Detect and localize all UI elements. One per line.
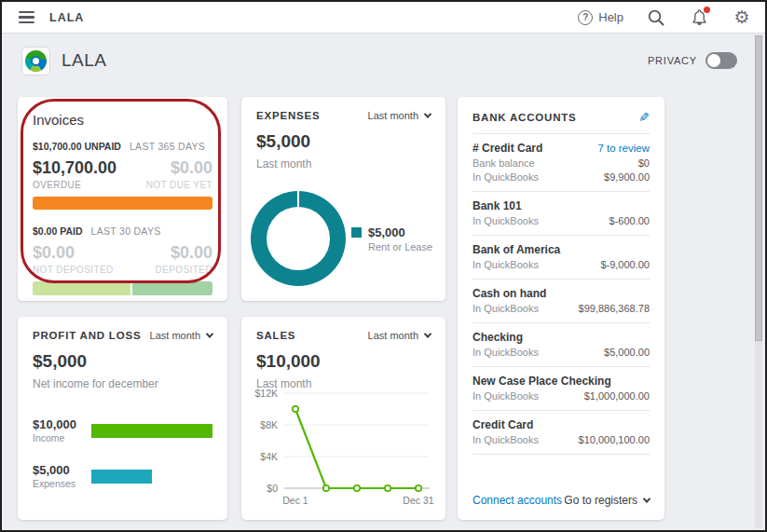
overdue-bar[interactable] — [33, 197, 212, 210]
bank-line-label: In QuickBooks — [473, 303, 539, 314]
edit-pencil-icon[interactable]: ✎ — [638, 110, 650, 125]
bank-account-row: Credit CardIn QuickBooks$10,000,100.00 — [473, 411, 650, 455]
bank-account-row: New Case Place CheckingIn QuickBooks$1,0… — [473, 367, 650, 411]
deposited-bar[interactable] — [132, 281, 212, 295]
bank-accounts-list: # Credit Card7 to reviewBank balance$0In… — [473, 134, 650, 455]
svg-text:Dec 31: Dec 31 — [403, 495, 433, 506]
go-to-registers-dropdown[interactable]: Go to registers — [564, 494, 650, 507]
company-title: LALA — [62, 50, 106, 71]
notifications-bell-icon[interactable] — [689, 7, 709, 28]
help-icon: ? — [578, 10, 593, 25]
hamburger-menu-icon[interactable] — [19, 8, 34, 27]
bank-line-value: $-600.00 — [609, 215, 650, 226]
pnl-bar — [91, 470, 152, 484]
bank-account-name: Bank of America — [473, 243, 560, 256]
bank-line-label: In QuickBooks — [473, 434, 539, 445]
chevron-down-icon — [206, 330, 213, 337]
chevron-down-icon — [643, 495, 651, 502]
pnl-series-amount: $10,000 — [33, 417, 91, 431]
help-button[interactable]: ? Help — [578, 10, 623, 25]
bank-line-value: $99,886,368.78 — [579, 303, 650, 314]
privacy-toggle[interactable] — [705, 52, 737, 69]
bank-account-name: Checking — [473, 331, 523, 344]
sales-amount: $10,000 — [256, 351, 431, 372]
not-deposited-amount: $0.00 — [33, 244, 114, 263]
expenses-title: EXPENSES — [256, 110, 320, 121]
invoices-card: Invoices $10,700.00 UNPAID LAST 365 DAYS… — [18, 97, 227, 301]
bank-account-name: # Credit Card — [473, 142, 542, 155]
bank-line-label: In QuickBooks — [473, 171, 539, 183]
help-label: Help — [598, 10, 623, 24]
bank-line-value: $5,000.00 — [604, 347, 650, 358]
overdue-amount: $10,700.00 — [33, 159, 116, 178]
sales-line-chart: $12K$8K$4K$0Dec 1Dec 31 — [251, 386, 437, 511]
bank-account-name: Bank 101 — [473, 199, 522, 212]
notification-badge — [704, 7, 710, 13]
chevron-down-icon — [424, 330, 431, 337]
svg-text:$12K: $12K — [254, 388, 278, 399]
pnl-amount: $5,000 — [33, 351, 212, 372]
pnl-series-label: Income — [33, 432, 91, 443]
sales-period-selector[interactable]: Last month — [368, 330, 431, 341]
bank-account-name: New Case Place Checking — [473, 375, 611, 388]
bank-line-value: $10,000,100.00 — [579, 434, 650, 445]
deposited-amount: $0.00 — [156, 244, 212, 263]
privacy-label: PRIVACY — [648, 55, 697, 66]
bank-account-row: # Credit Card7 to reviewBank balance$0In… — [473, 134, 650, 192]
expenses-donut-chart — [251, 191, 346, 286]
sales-title: SALES — [256, 330, 295, 341]
deposited-label: DEPOSITED — [156, 265, 212, 275]
search-icon[interactable] — [646, 7, 666, 28]
bank-accounts-card: BANK ACCOUNTS ✎ # Credit Card7 to review… — [458, 97, 664, 520]
not-deposited-label: NOT DEPOSITED — [33, 265, 114, 275]
overdue-label: OVERDUE — [33, 180, 116, 190]
expenses-period-selector[interactable]: Last month — [368, 110, 431, 121]
svg-text:$0: $0 — [267, 483, 278, 494]
bank-account-row: Bank 101In QuickBooks$-600.00 — [473, 192, 650, 236]
svg-text:Dec 1: Dec 1 — [282, 495, 308, 506]
svg-text:$8K: $8K — [260, 419, 278, 430]
connect-accounts-link[interactable]: Connect accounts — [473, 494, 562, 507]
paid-amount-summary: $0.00 PAID — [33, 225, 83, 237]
not-deposited-bar[interactable] — [33, 281, 130, 295]
unpaid-amount-summary: $10,700.00 UNPAID — [33, 141, 121, 152]
to-review-link[interactable]: 7 to review — [597, 143, 650, 154]
bank-line-label: In QuickBooks — [473, 347, 539, 358]
bank-account-name: Credit Card — [473, 418, 533, 431]
bank-line-label: In QuickBooks — [473, 390, 539, 402]
pnl-period-selector[interactable]: Last month — [150, 330, 212, 341]
company-logo — [21, 47, 50, 75]
bank-line-label: In QuickBooks — [473, 215, 539, 226]
bank-account-row: Bank of AmericaIn QuickBooks$-9,000.00 — [473, 236, 650, 280]
quickbooks-dashboard: LALA ? Help ⚙ LALA PRIVACY — [0, 0, 767, 532]
pnl-subtitle: Net income for december — [33, 377, 212, 390]
paid-period: LAST 30 DAYS — [91, 225, 161, 237]
settings-gear-icon[interactable]: ⚙ — [732, 7, 752, 28]
bank-account-row: Cash on handIn QuickBooks$99,886,368.78 — [473, 280, 650, 323]
pnl-series-label: Expenses — [33, 478, 91, 489]
svg-text:$4K: $4K — [260, 451, 278, 462]
pnl-bar-row: $10,000Income — [33, 417, 212, 443]
scrollbar-thumb[interactable] — [755, 35, 762, 341]
pnl-bar-chart: $10,000Income$5,000Expenses — [33, 417, 212, 509]
expenses-amount: $5,000 — [256, 131, 431, 152]
bank-account-name: Cash on hand — [473, 287, 546, 300]
pnl-series-amount: $5,000 — [33, 463, 91, 477]
bank-line-label: Bank balance — [473, 157, 535, 169]
bank-line-label: In QuickBooks — [473, 259, 539, 270]
expenses-legend: $5,000 Rent or Lease — [351, 225, 432, 252]
bank-line-value: $1,000,000.00 — [584, 390, 650, 402]
pnl-bar-row: $5,000Expenses — [33, 463, 212, 489]
vertical-scrollbar[interactable] — [755, 35, 762, 528]
expenses-subtitle: Last month — [256, 157, 431, 171]
sales-card: SALES Last month $10,000 Last month $12K… — [241, 317, 445, 520]
page-header: LALA PRIVACY — [21, 43, 737, 78]
bank-line-value: $0 — [638, 157, 650, 169]
not-due-amount: $0.00 — [146, 159, 212, 178]
top-navigation-bar: LALA ? Help ⚙ — [2, 2, 765, 34]
legend-amount: $5,000 — [368, 225, 432, 239]
legend-label: Rent or Lease — [368, 241, 432, 252]
unpaid-period: LAST 365 DAYS — [130, 141, 205, 152]
expenses-card: EXPENSES Last month $5,000 Last month $5… — [241, 97, 445, 301]
pnl-bar — [91, 424, 212, 438]
